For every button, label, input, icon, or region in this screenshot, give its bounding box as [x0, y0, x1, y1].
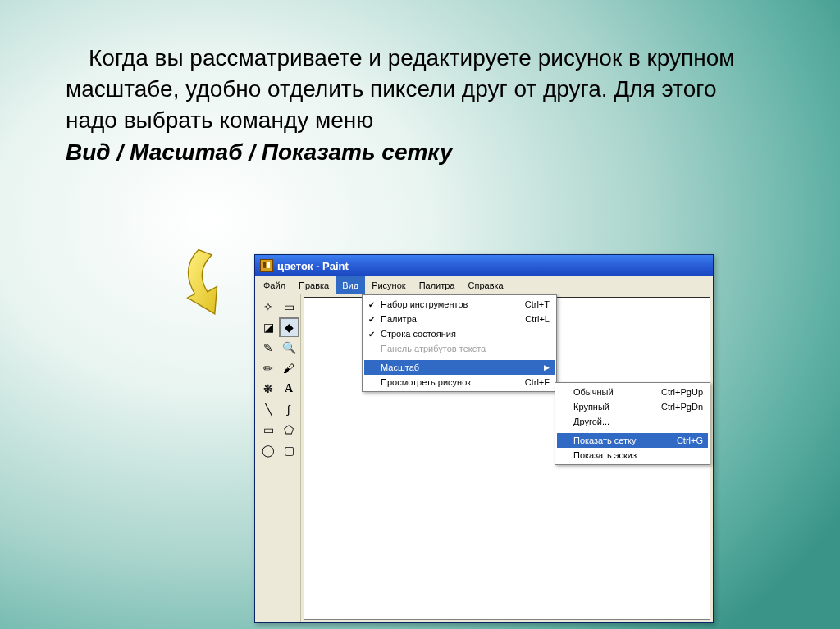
- sm-shortcut: Ctrl+G: [660, 435, 703, 445]
- dd-label: Масштаб: [381, 362, 419, 372]
- checkmark-icon: ✔: [368, 300, 375, 309]
- tool-eraser[interactable]: ◪: [258, 317, 278, 337]
- menu-path: Вид / Масштаб / Показать сетку: [66, 137, 774, 168]
- separator: [558, 431, 707, 431]
- sm-normal[interactable]: Обычный Ctrl+PgUp: [557, 385, 708, 399]
- dd-label: Просмотреть рисунок: [381, 377, 471, 387]
- dd-statusbar[interactable]: ✔ Строка состояния: [364, 326, 555, 341]
- tool-picker[interactable]: ✎: [258, 338, 278, 358]
- app-icon: [260, 259, 273, 272]
- sm-label: Показать эскиз: [573, 450, 637, 460]
- sm-label: Другой...: [573, 417, 609, 426]
- menu-bar: Файл Правка Вид Рисунок Палитра Справка: [255, 276, 713, 294]
- window-title: цветок - Paint: [277, 260, 349, 272]
- menu-file[interactable]: Файл: [257, 276, 292, 294]
- tool-ellipse[interactable]: ◯: [258, 440, 278, 460]
- checkmark-icon: ✔: [368, 330, 375, 339]
- separator: [365, 358, 554, 358]
- tool-pencil[interactable]: ✏: [258, 358, 278, 378]
- sm-shortcut: Ctrl+PgUp: [645, 387, 703, 397]
- toolbox: ✧ ▭ ◪ ◆ ✎ 🔍 ✏ 🖌 ❋ A ╲ ∫ ▭ ⬠ ◯ ▢: [255, 294, 301, 622]
- tool-fill[interactable]: ◆: [279, 317, 299, 337]
- dd-textpanel: Панель атрибутов текста: [364, 341, 555, 356]
- dd-label: Палитра: [381, 314, 417, 324]
- menu-help[interactable]: Справка: [462, 276, 510, 294]
- menu-edit[interactable]: Правка: [292, 276, 336, 294]
- tool-text[interactable]: A: [279, 379, 299, 399]
- dd-zoom[interactable]: Масштаб ▶: [364, 360, 555, 375]
- sm-thumbnail[interactable]: Показать эскиз: [557, 448, 708, 463]
- menu-view[interactable]: Вид: [336, 276, 365, 294]
- sm-label: Обычный: [573, 387, 614, 397]
- tool-zoom[interactable]: 🔍: [279, 338, 299, 358]
- tool-brush[interactable]: 🖌: [279, 358, 299, 378]
- chevron-right-icon: ▶: [544, 363, 550, 371]
- tool-rect-select[interactable]: ▭: [279, 297, 299, 317]
- dd-viewbitmap[interactable]: Просмотреть рисунок Ctrl+F: [364, 375, 555, 390]
- paint-window: цветок - Paint Файл Правка Вид Рисунок П…: [254, 254, 714, 623]
- sm-label: Показать сетку: [573, 435, 637, 445]
- dd-toolbox[interactable]: ✔ Набор инструментов Ctrl+T: [364, 297, 555, 312]
- slide-text: Когда вы рассматриваете и редактируете р…: [66, 43, 774, 168]
- title-bar[interactable]: цветок - Paint: [255, 255, 713, 276]
- zoom-submenu: Обычный Ctrl+PgUp Крупный Ctrl+PgDn Друг…: [555, 382, 710, 465]
- tool-polygon[interactable]: ⬠: [279, 420, 299, 440]
- pointer-arrow: [176, 246, 250, 320]
- tool-rect[interactable]: ▭: [258, 420, 278, 440]
- dd-shortcut: Ctrl+F: [509, 377, 550, 387]
- sm-large[interactable]: Крупный Ctrl+PgDn: [557, 399, 708, 414]
- sm-label: Крупный: [573, 402, 609, 412]
- tool-free-select[interactable]: ✧: [258, 297, 278, 317]
- checkmark-icon: ✔: [368, 315, 375, 324]
- dd-label: Строка состояния: [381, 329, 456, 339]
- dd-shortcut: Ctrl+T: [509, 299, 550, 309]
- dd-shortcut: Ctrl+L: [509, 314, 550, 324]
- menu-colors[interactable]: Палитра: [413, 276, 462, 294]
- sm-shortcut: Ctrl+PgDn: [645, 402, 703, 412]
- dd-palette[interactable]: ✔ Палитра Ctrl+L: [364, 312, 555, 326]
- dd-label: Панель атрибутов текста: [381, 344, 486, 353]
- sm-custom[interactable]: Другой...: [557, 414, 708, 429]
- instruction-paragraph: Когда вы рассматриваете и редактируете р…: [66, 43, 774, 135]
- tool-line[interactable]: ╲: [258, 399, 278, 419]
- tool-curve[interactable]: ∫: [279, 399, 299, 419]
- menu-image[interactable]: Рисунок: [365, 276, 413, 294]
- tool-roundrect[interactable]: ▢: [279, 440, 299, 460]
- sm-showgrid[interactable]: Показать сетку Ctrl+G: [557, 433, 708, 448]
- tool-spray[interactable]: ❋: [258, 379, 278, 399]
- dd-label: Набор инструментов: [381, 299, 468, 309]
- view-dropdown: ✔ Набор инструментов Ctrl+T ✔ Палитра Ct…: [362, 294, 557, 392]
